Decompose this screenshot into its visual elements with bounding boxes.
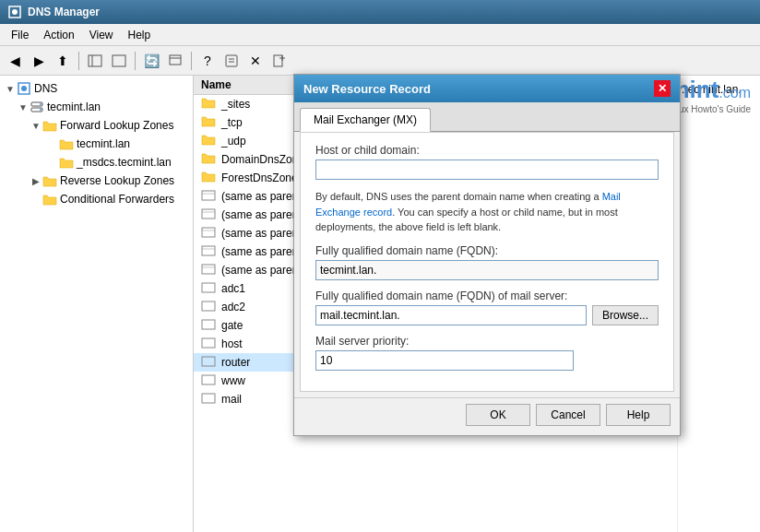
fqdn-input[interactable] [315, 260, 659, 280]
show-tree-button[interactable] [84, 50, 106, 72]
toolbar-sep-2 [135, 52, 136, 70]
svg-point-17 [40, 103, 42, 105]
svg-point-18 [40, 109, 42, 111]
msdcs-icon [59, 155, 74, 170]
help-button[interactable]: ? [196, 50, 219, 72]
help-dialog-button[interactable]: Help [606, 404, 671, 426]
host-domain-label: Host or child domain: [315, 144, 659, 157]
cancel-button[interactable]: Cancel [536, 404, 600, 426]
menu-help[interactable]: Help [121, 27, 159, 43]
window-title: DNS Manager [28, 6, 100, 18]
svg-rect-19 [202, 191, 215, 200]
svg-point-1 [12, 9, 18, 15]
tab-mail-exchanger[interactable]: Mail Exchanger (MX) [300, 108, 431, 132]
list-item-label: www [221, 374, 245, 387]
tree-toggle-reverse[interactable]: ▶ [30, 176, 42, 186]
up-button[interactable]: ⬆ [52, 50, 74, 72]
a-record-icon [201, 392, 218, 407]
list-item-label: _tcp [221, 116, 243, 129]
svg-rect-21 [202, 209, 215, 219]
folder-icon [201, 115, 218, 130]
record-icon [201, 244, 218, 259]
tree-toggle-server[interactable]: ▼ [17, 102, 30, 112]
svg-rect-23 [202, 228, 215, 237]
list-item-label: mail [221, 393, 242, 406]
svg-rect-7 [226, 55, 237, 66]
dialog-footer: OK Cancel Help [294, 397, 680, 435]
tree-toggle-dns[interactable]: ▼ [4, 84, 17, 94]
sidebar-item-conditional[interactable]: Conditional Forwarders [0, 190, 193, 208]
browse-button[interactable]: Browse... [592, 305, 659, 325]
svg-rect-33 [202, 357, 215, 366]
info-text: By default, DNS uses the parent domain n… [315, 189, 659, 235]
ok-button[interactable]: OK [466, 404, 530, 426]
sidebar-label-conditional: Conditional Forwarders [60, 193, 174, 206]
properties-button[interactable] [220, 50, 243, 72]
sidebar-item-msdcs[interactable]: _msdcs.tecmint.lan [0, 153, 193, 171]
menu-view[interactable]: View [82, 27, 121, 43]
list-item-label: ForestDnsZones [221, 171, 303, 184]
svg-rect-5 [170, 55, 181, 65]
conditional-icon [42, 192, 57, 207]
delete-button[interactable]: ✕ [244, 50, 267, 72]
record-icon [201, 189, 218, 204]
dialog-tab-bar: Mail Exchanger (MX) [294, 102, 680, 132]
refresh-button[interactable]: 🔄 [140, 50, 162, 72]
sidebar-label-server: tecmint.lan [47, 100, 101, 113]
sidebar-label-msdcs: _msdcs.tecmint.lan [77, 156, 172, 169]
toolbar: ◀ ▶ ⬆ 🔄 ? ✕ [0, 46, 760, 76]
svg-rect-31 [202, 320, 215, 329]
svg-rect-2 [89, 55, 101, 66]
svg-rect-25 [202, 246, 215, 255]
export-button[interactable] [164, 50, 186, 72]
mail-fqdn-group: Fully qualified domain name (FQDN) of ma… [315, 290, 659, 325]
list-item-label: router [221, 356, 250, 369]
dialog-form: Host or child domain: By default, DNS us… [300, 132, 674, 392]
fqdn-group: Fully qualified domain name (FQDN): [315, 244, 659, 280]
new-resource-record-dialog: New Resource Record ✕ Mail Exchanger (MX… [293, 74, 681, 436]
sidebar-label-reverse: Reverse Lookup Zones [60, 174, 174, 187]
list-item-label: adc1 [221, 282, 245, 295]
sidebar-label-tecmint-zone: tecmint.lan [77, 137, 130, 150]
hide-tree-button[interactable] [108, 50, 130, 72]
mail-fqdn-input[interactable] [315, 305, 587, 325]
folder-icon [201, 171, 218, 185]
sidebar-item-reverse-zones[interactable]: ▶ Reverse Lookup Zones [0, 171, 193, 190]
record-icon [201, 263, 218, 278]
tree-toggle-forward[interactable]: ▼ [30, 121, 42, 131]
reverse-zones-icon [42, 173, 57, 188]
a-record-icon [201, 300, 218, 314]
back-button[interactable]: ◀ [4, 50, 26, 72]
sidebar-item-dns[interactable]: ▼ DNS [0, 79, 193, 98]
dialog-close-button[interactable]: ✕ [654, 80, 671, 97]
list-item-label: _sites [221, 98, 250, 111]
host-domain-input[interactable] [315, 160, 659, 180]
priority-input[interactable] [315, 350, 574, 371]
list-item-label: _udp [221, 135, 246, 148]
right-panel: .tecmint.lan. [677, 76, 760, 532]
svg-point-14 [21, 86, 27, 91]
sidebar-item-server[interactable]: ▼ tecmint.lan [0, 98, 193, 116]
dialog-body: Mail Exchanger (MX) Host or child domain… [294, 102, 680, 435]
forward-button[interactable]: ▶ [28, 50, 50, 72]
svg-rect-34 [202, 375, 215, 384]
host-domain-group: Host or child domain: [315, 144, 659, 180]
app-icon [7, 5, 22, 19]
a-record-icon [201, 373, 218, 388]
menu-action[interactable]: Action [36, 27, 81, 43]
dialog-title: New Resource Record [303, 82, 431, 96]
a-record-icon [201, 337, 218, 351]
tecmint-zone-icon [59, 136, 74, 151]
svg-rect-29 [202, 283, 215, 292]
new-record-button[interactable] [268, 50, 291, 72]
folder-icon [201, 134, 218, 148]
folder-icon [201, 97, 218, 112]
dns-icon [17, 81, 31, 96]
sidebar-label-dns: DNS [34, 82, 57, 95]
sidebar-label-forward: Forward Lookup Zones [60, 119, 173, 132]
sidebar-item-tecmint-zone[interactable]: tecmint.lan [0, 135, 193, 153]
record-icon [201, 207, 218, 222]
menu-file[interactable]: File [4, 27, 36, 43]
sidebar-item-forward-zones[interactable]: ▼ Forward Lookup Zones [0, 116, 193, 135]
title-bar: DNS Manager [0, 0, 760, 24]
